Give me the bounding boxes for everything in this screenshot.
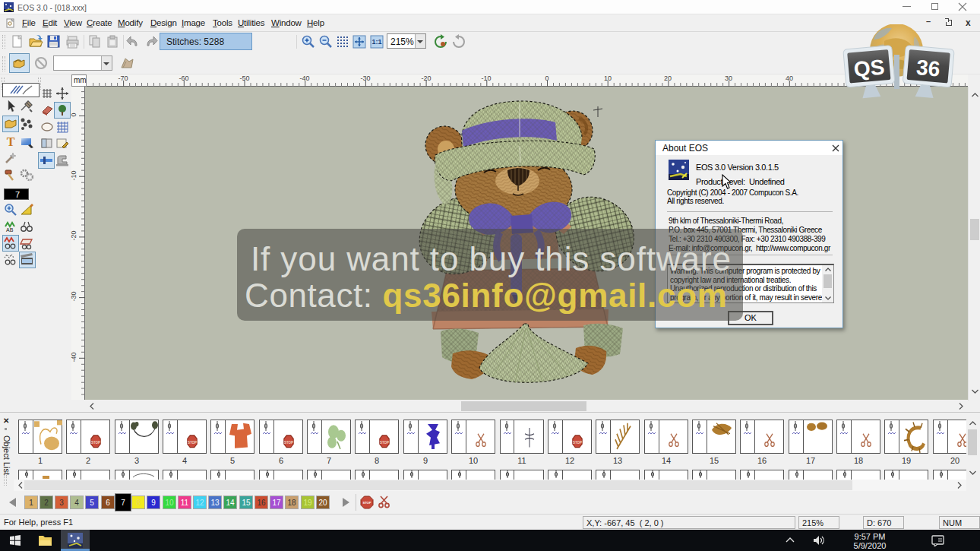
svg-text:T: T xyxy=(7,135,15,148)
svg-text:STOP: STOP xyxy=(284,439,294,445)
svg-text:AB: AB xyxy=(6,227,14,233)
svg-text:QS: QS xyxy=(853,55,886,81)
svg-text:STOP: STOP xyxy=(380,439,390,445)
svg-text:1:1: 1:1 xyxy=(371,38,381,46)
svg-text:STOP: STOP xyxy=(363,501,371,505)
svg-text:STOP: STOP xyxy=(573,439,583,445)
svg-text:36: 36 xyxy=(915,55,941,81)
svg-text:STOP: STOP xyxy=(188,439,198,445)
svg-text:STOP: STOP xyxy=(91,439,101,445)
